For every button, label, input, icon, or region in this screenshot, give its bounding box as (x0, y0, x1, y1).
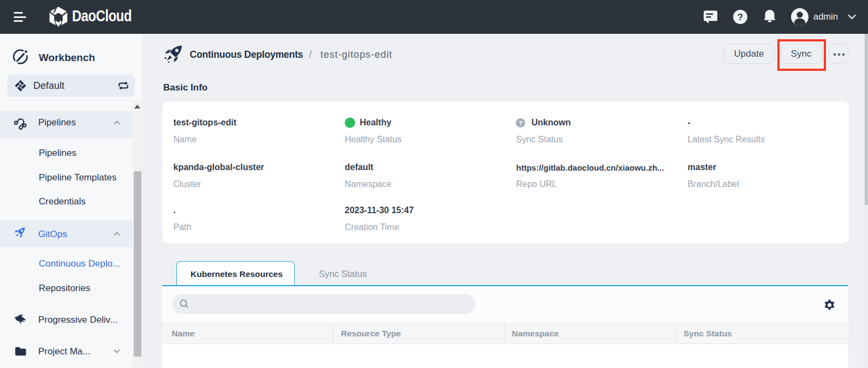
svg-text:?: ? (519, 120, 522, 126)
svg-text:?: ? (738, 12, 743, 22)
